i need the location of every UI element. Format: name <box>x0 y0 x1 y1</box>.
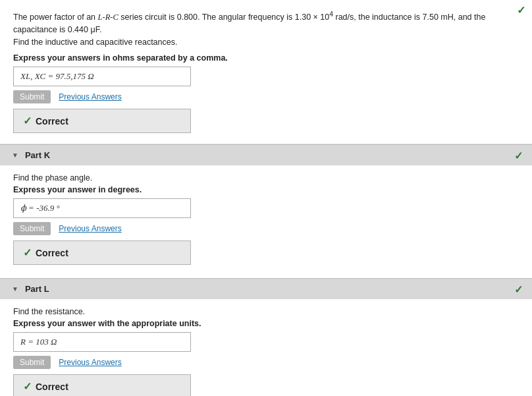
correct-label-top: Correct <box>36 116 68 127</box>
part-k-subtitle: Find the phase angle. <box>13 173 519 183</box>
collapse-triangle-l[interactable]: ▼ <box>12 285 18 293</box>
part-k-label: Part K <box>25 150 50 160</box>
btn-row-top: Submit Previous Answers <box>13 90 519 103</box>
answer-input-l[interactable]: R = 103 Ω <box>13 332 191 352</box>
part-l-express-label: Express your answer with the appropriate… <box>13 319 519 328</box>
submit-button-l[interactable]: Submit <box>13 356 51 369</box>
btn-row-l: Submit Previous Answers <box>13 356 519 369</box>
checkmark-icon-top: ✓ <box>23 115 32 127</box>
correct-box-k: ✓ Correct <box>13 240 191 265</box>
part-l-content: Find the resistance. Express your answer… <box>0 299 532 396</box>
top-problem-section: The power factor of an L-R-C series circ… <box>0 0 532 144</box>
page-correct-icon: ✓ <box>517 4 525 16</box>
btn-row-k: Submit Previous Answers <box>13 222 519 235</box>
correct-box-top: ✓ Correct <box>13 109 191 133</box>
problem-description: The power factor of an L-R-C series circ… <box>13 9 519 48</box>
checkmark-icon-l: ✓ <box>23 380 32 393</box>
collapse-triangle-k[interactable]: ▼ <box>12 152 18 159</box>
part-l-label: Part L <box>25 284 49 294</box>
previous-answers-link-l[interactable]: Previous Answers <box>59 358 121 367</box>
part-l-subtitle: Find the resistance. <box>13 307 519 316</box>
correct-label-k: Correct <box>36 248 68 258</box>
part-l-header[interactable]: ▼ Part L ✓ <box>0 278 532 299</box>
checkmark-icon-k: ✓ <box>23 246 32 259</box>
correct-label-l: Correct <box>36 382 68 392</box>
submit-button-k[interactable]: Submit <box>13 222 51 235</box>
part-l-check-icon: ✓ <box>514 283 523 295</box>
part-k-express-label: Express your answer in degrees. <box>13 185 519 194</box>
page: ✓ The power factor of an L-R-C series ci… <box>0 0 532 396</box>
previous-answers-link-k[interactable]: Previous Answers <box>59 224 121 233</box>
answer-input-k[interactable]: ϕ = -36.9 ° <box>13 198 191 218</box>
previous-answers-link-top[interactable]: Previous Answers <box>59 92 121 101</box>
part-k-check-icon: ✓ <box>514 149 523 161</box>
correct-box-l: ✓ Correct <box>13 374 191 396</box>
part-k-content: Find the phase angle. Express your answe… <box>0 165 532 278</box>
submit-button-top[interactable]: Submit <box>13 90 51 103</box>
answer-input-top[interactable]: XL, XC = 97.5,175 Ω <box>13 67 191 86</box>
express-instruction: Express your answers in ohms separated b… <box>13 53 519 63</box>
part-k-header[interactable]: ▼ Part K ✓ <box>0 144 532 165</box>
